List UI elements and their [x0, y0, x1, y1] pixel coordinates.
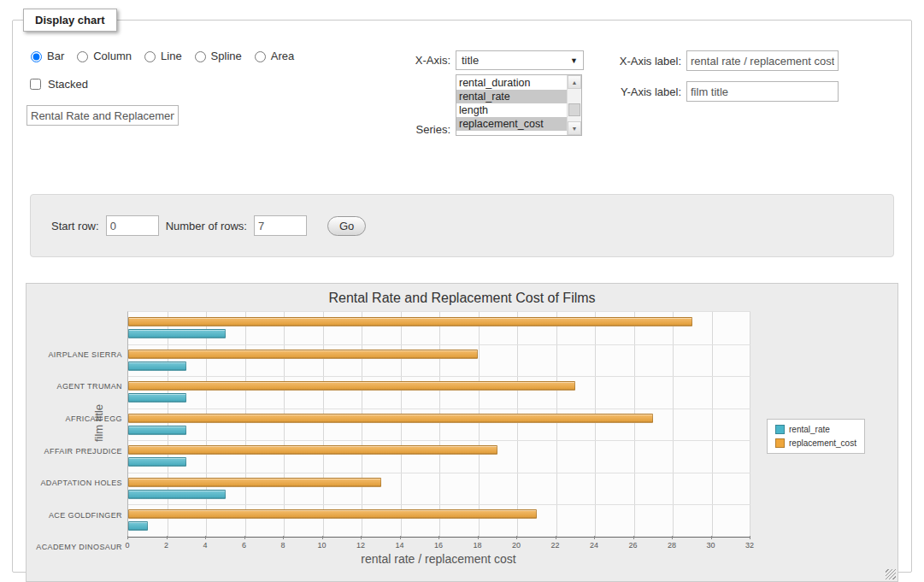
area-radio[interactable] [255, 51, 266, 62]
chart-type-options: Bar Column Line Spline Area [26, 49, 294, 62]
gridline [556, 312, 557, 537]
bar-replacement_cost [128, 478, 381, 487]
y-axis-label-input[interactable] [686, 81, 839, 102]
scroll-up-icon[interactable]: ▲ [568, 75, 581, 89]
series-option[interactable]: rental_duration [456, 76, 567, 90]
x-tick-label: 2 [164, 541, 168, 550]
gridline [168, 312, 168, 537]
bar-rental_rate [128, 393, 186, 403]
tick-mark [127, 536, 128, 539]
resize-handle-icon[interactable] [886, 569, 896, 579]
bar-replacement_cost [128, 509, 537, 519]
gridline [128, 440, 750, 441]
legend-item[interactable]: rental_rate [775, 425, 856, 434]
x-axis-select[interactable]: title ▼ [456, 50, 584, 70]
chart-type-option-area[interactable]: Area [250, 49, 294, 62]
x-axis-field-label: X-Axis: [399, 54, 450, 67]
start-row-input[interactable] [106, 215, 159, 236]
x-axis-label-field: X-Axis label: [609, 50, 839, 71]
y-axis-label-field: Y-Axis label: [609, 81, 839, 102]
go-button[interactable]: Go [327, 216, 366, 236]
tick-mark [478, 536, 479, 539]
legend-swatch [775, 438, 785, 448]
chart-type-label: Bar [47, 50, 64, 62]
series-list-scrollbar[interactable]: ▲ ▼ [567, 75, 581, 135]
gridline [479, 312, 480, 537]
series-multiselect[interactable]: rental_durationrental_ratelengthreplacem… [456, 74, 582, 136]
bar-rental_rate [128, 490, 226, 499]
series-list: rental_durationrental_ratelengthreplacem… [456, 75, 567, 135]
category-label: ADAPTATION HOLES [26, 479, 122, 487]
category-label: ACE GOLDFINGER [26, 511, 122, 520]
tick-mark [516, 536, 517, 539]
plot-area [127, 311, 750, 538]
tick-mark [594, 536, 595, 539]
tick-mark [633, 536, 634, 539]
x-tick-label: 30 [706, 541, 715, 550]
bar-radio[interactable] [31, 51, 42, 62]
series-option[interactable]: rental_rate [456, 90, 567, 103]
gridline [284, 312, 285, 537]
panel-legend: Display chart [23, 9, 117, 32]
gridline [595, 312, 596, 537]
legend-item[interactable]: replacement_cost [775, 438, 856, 448]
line-radio[interactable] [144, 51, 156, 62]
bar-replacement_cost [128, 445, 497, 455]
gridline [401, 312, 402, 537]
spline-radio[interactable] [195, 51, 206, 62]
gridline [206, 312, 207, 537]
gridline [128, 504, 750, 505]
bar-rental_rate [128, 521, 148, 531]
x-axis-selected-value: title [462, 54, 479, 67]
chart-type-option-line[interactable]: Line [140, 49, 182, 62]
tick-mark [400, 536, 401, 539]
category-label: AFRICAN EGG [26, 414, 122, 423]
number-of-rows-input[interactable] [254, 215, 307, 236]
x-tick-label: 16 [434, 541, 443, 550]
chart-type-option-column[interactable]: Column [73, 49, 132, 62]
chart-type-label: Column [93, 50, 132, 62]
x-tick-label: 32 [745, 541, 754, 550]
tick-mark [283, 536, 284, 539]
x-axis-label-input[interactable] [686, 50, 839, 71]
tick-mark [244, 536, 245, 539]
gridline [128, 409, 750, 409]
x-tick-label: 8 [280, 541, 285, 550]
legend-swatch [775, 425, 785, 434]
x-tick-label: 14 [395, 541, 403, 550]
chart-title: Rental Rate and Replacement Cost of Film… [26, 291, 898, 306]
tick-mark [556, 536, 556, 539]
category-label: ACADEMY DINOSAUR [26, 543, 122, 551]
legend-label: replacement_cost [789, 438, 856, 448]
column-radio[interactable] [77, 51, 88, 62]
x-tick-label: 18 [473, 541, 481, 550]
gridline [439, 312, 440, 537]
category-labels: AIRPLANE SIERRAAGENT TRUMANAFRICAN EGGAF… [26, 311, 122, 536]
chart-type-option-spline[interactable]: Spline [191, 49, 242, 62]
chart-type-option-bar[interactable]: Bar [26, 49, 64, 62]
chart-legend: rental_ratereplacement_cost [767, 419, 865, 454]
chart-type-label: Spline [211, 50, 242, 62]
series-field: Series: rental_durationrental_ratelength… [399, 74, 582, 136]
gridline [634, 312, 635, 537]
series-option[interactable]: length [456, 103, 567, 117]
chart-controls: Bar Column Line Spline Area Stacked [13, 37, 911, 165]
tick-mark [205, 536, 206, 539]
chart-title-input[interactable] [26, 105, 179, 126]
tick-mark [438, 536, 439, 539]
stacked-option[interactable]: Stacked [26, 76, 88, 92]
scroll-down-icon[interactable]: ▼ [568, 121, 581, 135]
chart-widget: Rental Rate and Replacement Cost of Film… [26, 283, 898, 582]
x-tick-label: 0 [125, 541, 129, 550]
stacked-label: Stacked [48, 78, 88, 91]
legend-label: rental_rate [789, 425, 830, 434]
tick-mark [167, 536, 168, 539]
scrollbar-track[interactable] [568, 89, 581, 121]
bar-replacement_cost [128, 350, 478, 359]
x-tick-label: 22 [550, 541, 559, 550]
series-option[interactable]: replacement_cost [456, 117, 567, 131]
scrollbar-thumb[interactable] [568, 103, 580, 116]
stacked-checkbox[interactable] [30, 79, 41, 90]
gridline [323, 312, 324, 537]
bar-rental_rate [128, 329, 226, 338]
